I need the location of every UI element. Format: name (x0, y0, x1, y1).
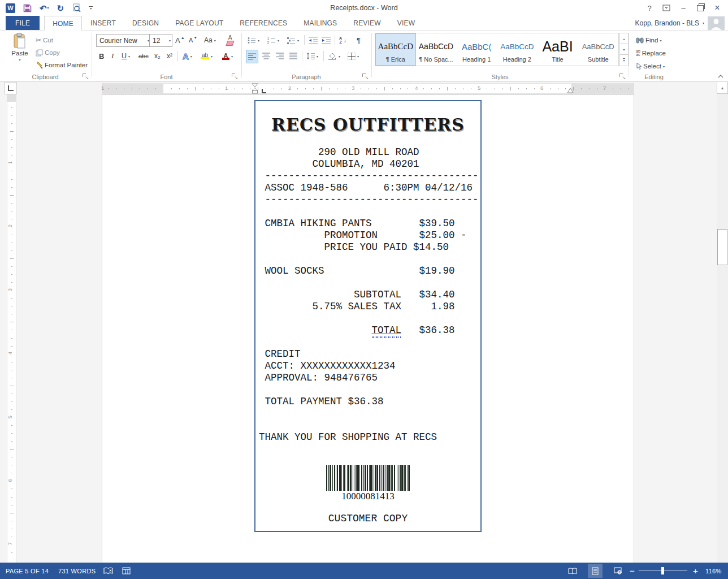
cut-button[interactable]: ✂ Cut (34, 34, 55, 46)
styles-scroll-up-button[interactable]: ▴ (619, 33, 629, 45)
print-preview-button[interactable] (72, 3, 81, 12)
print-layout-button[interactable] (588, 564, 603, 578)
multilevel-list-button[interactable]: ▾ (285, 34, 301, 46)
vertical-scrollbar[interactable]: ▲ (717, 81, 728, 563)
collapse-ribbon-button[interactable] (716, 70, 726, 83)
clipboard-dialog-launcher[interactable] (83, 74, 89, 80)
decrease-indent-button[interactable] (307, 34, 319, 46)
tab-file[interactable]: FILE (6, 16, 40, 30)
sort-button[interactable]: AZ ↓ (337, 34, 348, 46)
scroll-up-button[interactable]: ▲ (717, 81, 728, 94)
right-indent-marker[interactable] (567, 88, 574, 93)
styles-dialog-launcher[interactable] (619, 74, 626, 80)
undo-button[interactable]: ↶ ▾ (40, 4, 49, 12)
tab-stop-marker[interactable] (262, 89, 266, 93)
scrollbar-thumb[interactable] (717, 229, 727, 265)
print-layout-icon (592, 567, 599, 575)
customize-qat-button[interactable]: ▾ (89, 6, 93, 10)
highlight-button[interactable]: ab ▾ (199, 50, 214, 62)
copy-button[interactable]: Copy (34, 46, 62, 59)
tab-mailings[interactable]: MAILINGS (296, 16, 345, 30)
borders-button[interactable]: ▾ (346, 50, 361, 62)
undo-dropdown[interactable]: ▾ (47, 6, 49, 10)
tab-insert[interactable]: INSERT (83, 16, 124, 30)
style-item-subtitle[interactable]: AaBbCcDSubtitle (578, 33, 618, 66)
macro-recording-status[interactable] (122, 563, 131, 579)
style-item-heading-2[interactable]: AaBbCcDHeading 2 (497, 33, 538, 66)
font-dialog-launcher[interactable] (232, 74, 238, 80)
style-item-heading-1[interactable]: AaBbC(Heading 1 (456, 33, 497, 66)
superscript-button[interactable]: x² (165, 50, 174, 62)
text-effects-button[interactable]: A ▾ (181, 50, 194, 62)
replace-button[interactable]: abac Replace (634, 47, 668, 59)
subscript-button[interactable]: x₂ (153, 50, 162, 62)
zoom-in-button[interactable]: + (693, 563, 698, 579)
grow-font-button[interactable]: A▲ (174, 34, 187, 46)
show-hide-marks-button[interactable]: ¶ (355, 34, 362, 46)
font-size-combobox[interactable]: 12 ▾ (149, 34, 172, 47)
tab-view[interactable]: VIEW (389, 16, 423, 30)
restore-button[interactable] (692, 0, 709, 16)
ruler-tick (11, 243, 12, 243)
paste-button[interactable]: Paste ▾ (6, 33, 34, 68)
strikethrough-button[interactable]: abc (137, 50, 150, 62)
format-painter-button[interactable]: Format Painter (34, 59, 89, 71)
shading-button[interactable]: ▾ (327, 50, 342, 62)
help-button[interactable]: ? (641, 0, 658, 16)
word-count[interactable]: 731 WORDS (58, 563, 96, 579)
read-mode-button[interactable] (565, 564, 580, 578)
zoom-level[interactable]: 116% (705, 563, 722, 579)
minimize-button[interactable]: – (675, 0, 692, 16)
save-button[interactable] (23, 4, 32, 12)
tab-references[interactable]: REFERENCES (232, 16, 295, 30)
account-area[interactable]: Kopp, Brandon - BLS ▾ (635, 16, 725, 30)
web-layout-button[interactable] (610, 564, 625, 578)
receipt-text-box[interactable]: RECS OUTFITTERS 290 OLD MILL ROAD COLUMB… (254, 100, 482, 532)
zoom-out-button[interactable]: − (630, 563, 635, 579)
redo-button[interactable]: ↻ (57, 4, 64, 12)
font-family-combobox[interactable]: Courier New ▾ (96, 34, 151, 47)
underline-button[interactable]: U ▾ (120, 50, 132, 62)
numbering-button[interactable]: 12 ▾ (266, 34, 281, 46)
styles-more-button[interactable]: ▾ (619, 54, 629, 66)
indent-markers[interactable] (252, 83, 258, 94)
find-button[interactable]: Find ▾ (634, 34, 663, 46)
align-left-button[interactable] (246, 50, 258, 63)
word-window: Receipts.docx - Word W ↶ ▾ ↻ ▾ ? (0, 0, 728, 579)
style-item-erica[interactable]: AaBbCcD¶ Erica (375, 33, 416, 66)
shrink-font-button[interactable]: A▼ (187, 34, 199, 46)
increase-indent-button[interactable] (320, 34, 332, 46)
highlight-dropdown-icon: ▾ (211, 54, 213, 58)
align-right-button[interactable] (274, 50, 285, 62)
italic-button[interactable]: I (110, 50, 115, 62)
font-color-button[interactable]: A ▾ (220, 50, 235, 62)
tab-page-layout[interactable]: PAGE LAYOUT (167, 16, 231, 30)
bold-button[interactable]: B (97, 50, 106, 62)
tab-review[interactable]: REVIEW (345, 16, 389, 30)
tab-home[interactable]: HOME (44, 16, 82, 31)
justify-button[interactable] (288, 50, 299, 62)
line-spacing-button[interactable]: ▾ (305, 50, 320, 62)
align-center-button[interactable] (261, 50, 272, 62)
select-button[interactable]: Select ▾ (634, 60, 666, 72)
zoom-slider-thumb[interactable] (661, 567, 664, 574)
tab-selector[interactable] (5, 82, 17, 94)
shading-icon (328, 53, 337, 60)
style-item-title[interactable]: AaBITitle (538, 33, 578, 66)
v-ruler[interactable]: 1234567 (7, 94, 16, 564)
style-item-no-spac[interactable]: AaBbCcD¶ No Spac... (416, 33, 457, 66)
tab-design[interactable]: DESIGN (124, 16, 167, 30)
proofing-status[interactable] (103, 563, 113, 579)
grow-font-icon: ▲ (181, 36, 185, 40)
h-ruler[interactable]: 11234567 (102, 83, 634, 94)
bullets-button[interactable]: ▾ (246, 34, 261, 46)
page-indicator[interactable]: PAGE 5 OF 14 (6, 563, 49, 579)
ribbon-display-options-button[interactable] (658, 0, 675, 16)
close-button[interactable]: × (709, 0, 726, 16)
paragraph-dialog-launcher[interactable] (362, 74, 369, 80)
document-page[interactable]: RECS OUTFITTERS 290 OLD MILL ROAD COLUMB… (102, 94, 634, 563)
styles-scroll-down-button[interactable]: ▾ (619, 44, 629, 55)
clear-formatting-button[interactable]: A (225, 34, 235, 46)
ruler-tick (384, 87, 385, 90)
change-case-button[interactable]: Aa ▾ (202, 34, 218, 46)
